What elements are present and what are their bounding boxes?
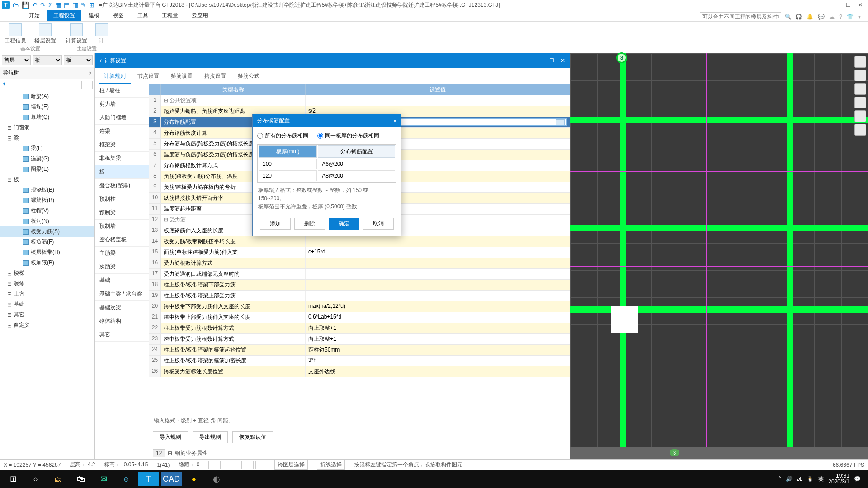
dlg-delete-button[interactable]: 删除 xyxy=(294,218,325,230)
start-button[interactable]: ⊞ xyxy=(3,472,24,486)
ribbon-btn-calc-settings[interactable]: 计算设置 xyxy=(66,23,87,45)
ribbon-tab-model[interactable]: 建模 xyxy=(82,10,106,21)
tray-ime[interactable]: 英 xyxy=(818,475,824,483)
category-item[interactable]: 非框架梁 xyxy=(95,152,149,165)
export-rules-button[interactable]: 导出规则 xyxy=(193,431,228,443)
sub-select[interactable]: 板 xyxy=(64,55,93,65)
ellipsis-button[interactable]: ⋯ xyxy=(556,119,565,125)
nav-close-icon[interactable]: × xyxy=(89,70,92,76)
explorer-icon[interactable]: 🗂 xyxy=(48,472,69,486)
ribbon-tab-cloud[interactable]: 云应用 xyxy=(185,10,214,21)
qat-undo-icon[interactable]: ↶ xyxy=(32,1,38,9)
tray-qq-icon[interactable]: 🐧 xyxy=(807,476,814,482)
floor-select[interactable]: 首层 xyxy=(2,55,31,65)
vp-tool-2-icon[interactable] xyxy=(854,70,866,81)
tree-node[interactable]: 现浇板(B) xyxy=(0,185,94,195)
tree-node[interactable]: 螺旋板(B) xyxy=(0,195,94,206)
expand-icon[interactable]: ⊞ xyxy=(168,450,172,456)
tree-node[interactable]: 暗梁(A) xyxy=(0,91,94,102)
tab-formula[interactable]: 箍筋公式 xyxy=(232,70,265,84)
cortana-icon[interactable]: ○ xyxy=(25,472,46,486)
tree-node[interactable]: ⊟ 门窗洞 xyxy=(0,122,94,133)
tree-node[interactable]: 板洞(N) xyxy=(0,216,94,226)
edge-icon[interactable]: e xyxy=(116,472,137,486)
chat-icon[interactable]: 💬 xyxy=(818,14,825,20)
table-row[interactable]: 16受力筋根数计算方式 xyxy=(149,258,570,269)
dlg-cancel-button[interactable]: 取消 xyxy=(363,218,394,230)
vp-tool-5-icon[interactable] xyxy=(854,110,866,122)
category-item[interactable]: 空心楼盖板 xyxy=(95,233,149,247)
dlg-cell[interactable]: A8@200 xyxy=(318,170,395,181)
tray-net-icon[interactable]: 🖧 xyxy=(797,476,802,482)
table-row[interactable]: 25柱上板带/板带暗梁的箍筋加密长度3*h xyxy=(149,356,570,366)
category-item[interactable]: 连梁 xyxy=(95,125,149,138)
tree-node[interactable]: ⊟ 其它 xyxy=(0,310,94,320)
help-icon[interactable]: ? xyxy=(839,14,842,20)
panel-close-icon[interactable]: ✕ xyxy=(561,57,565,64)
menu-icon[interactable]: ▾ xyxy=(858,14,861,20)
dlg-ok-button[interactable]: 确定 xyxy=(329,218,359,230)
radio-all-same[interactable]: 所有的分布筋相同 xyxy=(257,132,308,140)
qat-edit-icon[interactable]: ✎ xyxy=(81,1,86,9)
category-item[interactable]: 基础 xyxy=(95,274,149,287)
sb-tool2-icon[interactable] xyxy=(220,461,230,469)
status-polyline[interactable]: 折线选择 xyxy=(317,460,345,470)
table-row[interactable]: 1⊟ 公共设置项 xyxy=(149,95,570,106)
qat-table-icon[interactable]: ▦ xyxy=(55,1,61,9)
app2-icon[interactable]: CAD xyxy=(161,472,182,486)
tree-node[interactable]: 板受力筋(S) xyxy=(0,226,94,237)
sb-tool1-icon[interactable] xyxy=(208,461,218,469)
radio-same-thickness[interactable]: 同一板厚的分布筋相同 xyxy=(317,132,379,140)
tree-node[interactable]: ⊟ 自定义 xyxy=(0,320,94,330)
qat-open-icon[interactable]: 🗁 xyxy=(13,1,19,9)
table-row[interactable]: 23跨中板带受力筋根数计算方式向上取整+1 xyxy=(149,334,570,345)
tray-notif-icon[interactable]: 💬 xyxy=(854,476,861,482)
tab-node[interactable]: 节点设置 xyxy=(132,70,165,84)
category-item[interactable]: 板 xyxy=(95,165,149,179)
tree-node[interactable]: ⊟ 梁 xyxy=(0,133,94,143)
table-row[interactable]: 19柱上板带/板带暗梁上部受力筋 xyxy=(149,291,570,301)
table-row[interactable]: 26跨板受力筋标注长度位置支座外边线 xyxy=(149,366,570,377)
vp-tool-6-icon[interactable] xyxy=(854,124,866,136)
dlg-col-thickness[interactable]: 板厚(mm) xyxy=(259,145,317,158)
sb-tool5-icon[interactable] xyxy=(255,461,265,469)
tree-node[interactable]: 柱帽(V) xyxy=(0,206,94,216)
tree-node[interactable]: 板加腋(B) xyxy=(0,258,94,268)
tab-calc-rule[interactable]: 计算规则 xyxy=(99,70,131,84)
qat-ruler-icon[interactable]: ⊞ xyxy=(89,1,94,9)
panel-minimize-icon[interactable]: — xyxy=(538,57,543,64)
mail-icon[interactable]: ✉ xyxy=(93,472,114,486)
category-item[interactable]: 框架梁 xyxy=(95,138,149,152)
restore-default-button[interactable]: 恢复默认值 xyxy=(232,431,273,443)
dialog-close-icon[interactable]: × xyxy=(393,118,396,124)
category-item[interactable]: 基础主梁 / 承台梁 xyxy=(95,287,149,301)
table-row[interactable]: 18柱上板带/板带暗梁下部受力筋 xyxy=(149,280,570,291)
qat-redo-icon[interactable]: ↷ xyxy=(40,1,46,9)
ribbon-btn-calc2[interactable]: 计 xyxy=(95,23,108,45)
ribbon-tab-view[interactable]: 视图 xyxy=(107,10,130,21)
skin-icon[interactable]: 👕 xyxy=(847,14,854,20)
ribbon-tab-tools[interactable]: 工具 xyxy=(131,10,155,21)
vp-tool-1-icon[interactable] xyxy=(854,56,866,68)
category-item[interactable]: 基础次梁 xyxy=(95,301,149,314)
category-item[interactable]: 砌体结构 xyxy=(95,314,149,328)
model-viewport[interactable]: 3 3 xyxy=(570,53,868,459)
app4-icon[interactable]: ◐ xyxy=(206,472,227,486)
bell-icon[interactable]: 🔔 xyxy=(807,14,813,20)
sb-tool4-icon[interactable] xyxy=(244,461,254,469)
tree-node[interactable]: ⊟ 装修 xyxy=(0,278,94,289)
tree-node[interactable]: ⊟ 基础 xyxy=(0,299,94,310)
category-item[interactable]: 次肋梁 xyxy=(95,260,149,274)
tree-node[interactable]: 楼层板带(H) xyxy=(0,247,94,258)
tab-stirrup[interactable]: 箍筋设置 xyxy=(165,70,198,84)
category-item[interactable]: 其它 xyxy=(95,328,149,342)
tree-node[interactable]: 幕墙(Q) xyxy=(0,112,94,122)
panel-maximize-icon[interactable]: ☐ xyxy=(549,57,554,64)
table-row[interactable]: 21跨中板带上部受力筋伸入支座的长度0.6*Lab+15*d xyxy=(149,312,570,323)
vp-tool-4-icon[interactable] xyxy=(854,97,866,108)
search-icon[interactable]: 🔍 xyxy=(785,14,792,20)
dlg-add-button[interactable]: 添加 xyxy=(260,218,291,230)
type-select[interactable]: 板 xyxy=(33,55,61,65)
category-item[interactable]: 叠合板(整厚) xyxy=(95,179,149,192)
panel-back-icon[interactable]: ‹ xyxy=(99,56,102,65)
